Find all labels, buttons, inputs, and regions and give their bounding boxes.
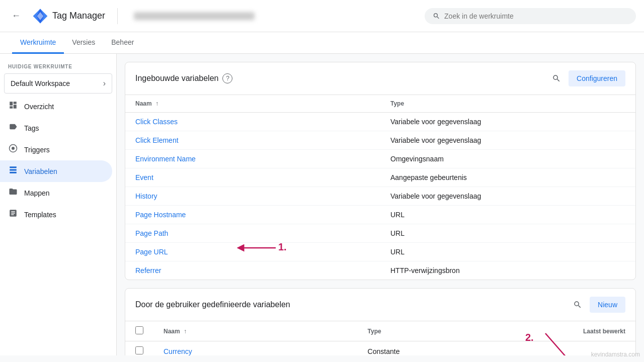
account-name-blurred [134,12,255,20]
tab-werkruimte[interactable]: Werkruimte [12,32,64,54]
var-link[interactable]: Click Classes [135,118,178,126]
workspace-selector[interactable]: Default Workspace › [4,73,112,94]
variabelen-icon [8,165,18,177]
table-row: Page Hostname URL [125,206,635,224]
tab-beheer[interactable]: Beheer [103,32,142,54]
main-layout: HUIDIGE WERKRUIMTE Default Workspace › O… [0,54,644,355]
user-table: Naam ↑ Type Laatst bewerkt [125,321,635,355]
cell-type: Variabele voor gegevenslaag [380,187,635,206]
col-checkbox-header [125,321,153,341]
sidebar-item-variabelen[interactable]: Variabelen [0,160,112,182]
workspace-name: Default Workspace [11,79,70,87]
table-row: Click Element Variabele voor gegevenslaa… [125,131,635,150]
search-builtin-button[interactable] [548,70,565,86]
var-link[interactable]: Page Path [135,229,168,237]
cell-name: Page URL [125,243,380,261]
col-header-user-type: Type [358,321,485,341]
cell-type: HTTP-verwijzingsbron [380,261,635,280]
cell-name: Page Path [125,224,380,243]
mappen-icon [8,187,18,199]
configure-button[interactable]: Configureren [569,70,625,86]
account-selector[interactable] [126,12,417,20]
sidebar-item-overzicht[interactable]: Overzicht [0,96,112,117]
search-icon [433,12,440,20]
sidebar-item-label: Triggers [24,146,50,154]
new-button[interactable]: Nieuw [590,297,625,313]
table-row: Page Path URL [125,224,635,243]
cell-type: URL [380,206,635,224]
var-link[interactable]: Event [135,173,153,182]
search-input[interactable] [444,12,628,20]
section-actions-builtin: Configureren [548,70,625,86]
section-header-builtin: Ingebouwde variabelen ? Configureren [125,62,635,95]
section-title-user-text: Door de gebruiker gedefinieerde variabel… [135,300,290,309]
var-link[interactable]: Environment Name [135,155,196,163]
help-icon[interactable]: ? [222,73,232,83]
sidebar-item-label: Variabelen [24,167,57,175]
back-button[interactable]: ← [8,8,24,24]
col-header-last-edit: Laatst bewerkt [484,321,635,341]
nav-tabs: Werkruimte Versies Beheer [0,32,644,54]
cell-name: Referrer [125,261,380,280]
row-checkbox[interactable] [135,346,143,354]
triggers-icon [8,144,18,155]
cell-type: Constante [358,341,485,356]
tags-icon [8,122,18,134]
cell-name: Environment Name [125,150,380,168]
var-link[interactable]: Page Hostname [135,211,186,219]
templates-icon [8,209,18,220]
cell-checkbox [125,341,153,356]
sort-icon-user: ↑ [184,328,187,335]
sidebar-item-mappen[interactable]: Mappen [0,182,112,204]
sidebar: HUIDIGE WERKRUIMTE Default Workspace › O… [0,54,117,355]
var-link[interactable]: Click Element [135,136,179,144]
sidebar-item-label: Templates [24,211,56,219]
section-actions-user: Nieuw [570,297,625,313]
table-row: Currency Constante [125,341,635,356]
sidebar-item-label: Overzicht [24,103,54,111]
section-title-text: Ingebouwde variabelen [135,74,218,83]
app-logo: Tag Manager [32,8,109,24]
sidebar-section-label: HUIDIGE WERKRUIMTE [0,58,116,71]
section-header-user: Door de gebruiker gedefinieerde variabel… [125,289,635,321]
sidebar-item-label: Tags [24,124,39,132]
cell-name: Currency [153,341,358,356]
cell-type: Variabele voor gegevenslaag [380,113,635,131]
var-link[interactable]: History [135,192,157,200]
content-wrapper: Ingebouwde variabelen ? Configureren [125,62,636,355]
search-user-button[interactable] [570,297,586,313]
cell-name: Click Classes [125,113,380,131]
cell-name: Event [125,168,380,187]
cell-type: Aangepaste gebeurtenis [380,168,635,187]
user-defined-variables-section: Door de gebruiker gedefinieerde variabel… [125,288,636,355]
sidebar-item-label: Mappen [24,189,50,197]
cell-type: Omgevingsnaam [380,150,635,168]
sidebar-item-triggers[interactable]: Triggers [0,139,112,160]
topbar: ← Tag Manager [0,0,644,32]
sort-icon: ↑ [155,100,158,107]
workspace-chevron-icon: › [103,79,106,88]
var-link[interactable]: Page URL [135,248,168,256]
section-title-builtin: Ingebouwde variabelen ? [135,73,232,83]
section-title-user: Door de gebruiker gedefinieerde variabel… [135,300,290,309]
table-row: Page URL URL [125,243,635,261]
var-link[interactable]: Currency [164,347,192,355]
sidebar-item-templates[interactable]: Templates [0,204,112,225]
search-box[interactable] [425,8,636,24]
table-row: History Variabele voor gegevenslaag [125,187,635,206]
topbar-divider [117,8,118,24]
col-header-user-name[interactable]: Naam ↑ [153,321,358,341]
cell-name: Page Hostname [125,206,380,224]
cell-type: URL [380,224,635,243]
col-header-name[interactable]: Naam ↑ [125,95,380,113]
sidebar-item-tags[interactable]: Tags [0,117,112,139]
var-link[interactable]: Referrer [135,266,161,275]
select-all-checkbox[interactable] [135,326,143,334]
app-title: Tag Manager [52,11,105,21]
tab-versies[interactable]: Versies [64,32,103,54]
cell-name: History [125,187,380,206]
cell-type: Variabele voor gegevenslaag [380,131,635,150]
svg-point-4 [12,147,15,150]
main-content: Ingebouwde variabelen ? Configureren [117,54,644,355]
back-icon: ← [12,11,21,21]
